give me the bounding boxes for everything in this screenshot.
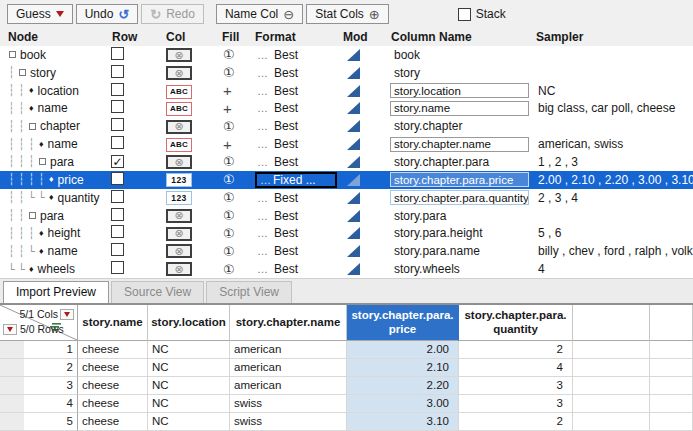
preview-cell[interactable] xyxy=(650,359,693,377)
tree-row-wheels[interactable]: └└♦wheels⊗①…Beststory.wheels4 xyxy=(0,260,693,278)
tree-row-name[interactable]: ┆┆┆♦nameABC+…Beststory.chapter.nameameri… xyxy=(0,135,693,153)
format-ellipsis-icon[interactable]: … xyxy=(257,245,274,257)
preview-cell[interactable] xyxy=(650,341,693,359)
preview-cell[interactable]: 3 xyxy=(459,377,573,395)
format-cell[interactable]: …Best xyxy=(253,226,341,240)
fill-once-icon[interactable]: ① xyxy=(223,226,235,241)
preview-cell[interactable]: cheese xyxy=(78,359,148,377)
preview-row-number[interactable]: 2 xyxy=(0,359,78,377)
fill-plus-icon[interactable]: + xyxy=(223,100,232,117)
undo-button[interactable]: Undo ↺ xyxy=(76,4,139,24)
format-cell[interactable]: …Best xyxy=(253,191,341,205)
preview-cell[interactable]: american xyxy=(230,359,347,377)
preview-cell[interactable]: cheese xyxy=(78,413,148,431)
character-column-icon[interactable]: ABC xyxy=(166,102,192,116)
format-ellipsis-icon[interactable]: … xyxy=(257,210,274,222)
preview-cell[interactable]: swiss xyxy=(230,413,347,431)
preview-row-number[interactable]: 3 xyxy=(0,377,78,395)
tree-row-quantity[interactable]: ┆┆└└♦quantity123①…Beststory.chapter.para… xyxy=(0,189,693,207)
no-column-icon[interactable]: ⊗ xyxy=(166,262,192,276)
preview-cell[interactable]: cheese xyxy=(78,395,148,413)
tree-row-price[interactable]: ┆┆┆┆♦price123①…Fixed ...story.chapter.pa… xyxy=(0,171,693,189)
preview-cell[interactable]: NC xyxy=(148,359,230,377)
preview-cell[interactable] xyxy=(573,395,650,413)
continuous-modeling-type-icon[interactable] xyxy=(347,210,360,222)
tree-row-para[interactable]: ┆┆┆para✓⊗①…Beststory.chapter.para1 , 2 ,… xyxy=(0,153,693,171)
format-cell[interactable]: …Best xyxy=(253,48,341,62)
preview-cell[interactable]: american xyxy=(230,341,347,359)
format-ellipsis-icon[interactable]: … xyxy=(257,192,274,204)
no-column-icon[interactable]: ⊗ xyxy=(166,227,192,241)
format-ellipsis-icon[interactable]: … xyxy=(257,263,274,275)
format-cell[interactable]: …Best xyxy=(253,244,341,258)
format-ellipsis-icon[interactable]: … xyxy=(257,138,274,150)
preview-column-header-4[interactable]: story.chapter.para. price xyxy=(347,305,459,341)
row-checkbox[interactable]: ✓ xyxy=(111,155,124,168)
preview-column-header-7[interactable] xyxy=(650,305,693,341)
preview-cell[interactable] xyxy=(573,341,650,359)
column-name-input[interactable]: story.chapter.para.price xyxy=(390,172,529,187)
fill-once-icon[interactable]: ① xyxy=(223,262,235,277)
fill-once-icon[interactable]: ① xyxy=(223,47,235,62)
preview-cell[interactable] xyxy=(650,377,693,395)
preview-cell[interactable] xyxy=(650,413,693,431)
format-cell[interactable]: …Best xyxy=(253,66,341,80)
preview-cell[interactable]: swiss xyxy=(230,395,347,413)
format-cell[interactable]: …Best xyxy=(253,84,341,98)
preview-cell[interactable]: NC xyxy=(148,341,230,359)
tab-import-preview[interactable]: Import Preview xyxy=(3,281,109,303)
format-ellipsis-icon[interactable]: … xyxy=(257,49,274,61)
preview-cell[interactable]: 2 xyxy=(459,413,573,431)
preview-row-number[interactable]: 4 xyxy=(0,395,78,413)
stack-checkbox[interactable] xyxy=(458,8,471,21)
preview-column-header-1[interactable]: story.name xyxy=(78,305,148,341)
name-col-button[interactable]: Name Col ⊖ xyxy=(216,4,303,24)
format-ellipsis-icon[interactable]: … xyxy=(257,102,274,114)
preview-row-number[interactable]: 1 xyxy=(0,341,78,359)
preview-cell[interactable] xyxy=(573,377,650,395)
format-cell[interactable]: …Best xyxy=(253,155,341,169)
numeric-column-icon[interactable]: 123 xyxy=(166,191,192,205)
preview-cell[interactable]: 2.10 xyxy=(347,359,459,377)
row-checkbox[interactable] xyxy=(111,118,124,131)
continuous-modeling-type-icon[interactable] xyxy=(347,192,360,204)
preview-cell[interactable]: 2.00 xyxy=(347,341,459,359)
column-name-input[interactable]: story.name xyxy=(390,101,529,116)
format-cell[interactable]: …Best xyxy=(253,101,341,115)
fill-plus-icon[interactable]: + xyxy=(223,136,232,153)
continuous-modeling-type-icon[interactable] xyxy=(347,85,360,97)
guess-button[interactable]: Guess xyxy=(7,4,73,24)
fill-once-icon[interactable]: ① xyxy=(223,208,235,223)
preview-row-number[interactable]: 5 xyxy=(0,413,78,431)
no-column-icon[interactable]: ⊗ xyxy=(166,66,192,80)
rows-red-triangle-menu[interactable] xyxy=(3,324,17,335)
preview-cell[interactable]: 2.20 xyxy=(347,377,459,395)
fill-once-icon[interactable]: ① xyxy=(223,154,235,169)
continuous-modeling-type-icon[interactable] xyxy=(347,67,360,79)
character-column-icon[interactable]: ABC xyxy=(166,85,192,99)
tree-row-name[interactable]: ┆┆♦nameABC+…Beststory.namebig class, car… xyxy=(0,100,693,118)
tree-row-name[interactable]: ┆┆└♦name⊗①…Beststory.para.namebilly , ch… xyxy=(0,242,693,260)
preview-cell[interactable]: cheese xyxy=(78,377,148,395)
format-cell[interactable]: …Best xyxy=(253,119,341,133)
row-checkbox[interactable] xyxy=(111,136,124,149)
preview-column-header-3[interactable]: story.chapter.name xyxy=(230,305,347,341)
continuous-modeling-type-icon[interactable] xyxy=(347,120,360,132)
continuous-modeling-type-icon[interactable] xyxy=(347,174,360,186)
preview-cell[interactable] xyxy=(573,413,650,431)
no-column-icon[interactable]: ⊗ xyxy=(166,244,192,258)
fill-once-icon[interactable]: ① xyxy=(223,65,235,80)
preview-column-header-2[interactable]: story.location xyxy=(148,305,230,341)
continuous-modeling-type-icon[interactable] xyxy=(347,227,360,239)
format-ellipsis-icon[interactable]: … xyxy=(257,156,274,168)
format-cell[interactable]: …Best xyxy=(253,137,341,151)
row-checkbox[interactable] xyxy=(111,225,124,238)
fill-plus-icon[interactable]: + xyxy=(223,82,232,99)
preview-cell[interactable]: 3.00 xyxy=(347,395,459,413)
character-column-icon[interactable]: ABC xyxy=(166,138,192,152)
format-ellipsis-icon[interactable]: … xyxy=(257,85,274,97)
format-ellipsis-icon[interactable]: … xyxy=(257,120,274,132)
no-column-icon[interactable]: ⊗ xyxy=(166,155,192,169)
tab-script-view[interactable]: Script View xyxy=(206,281,292,303)
continuous-modeling-type-icon[interactable] xyxy=(347,263,360,275)
